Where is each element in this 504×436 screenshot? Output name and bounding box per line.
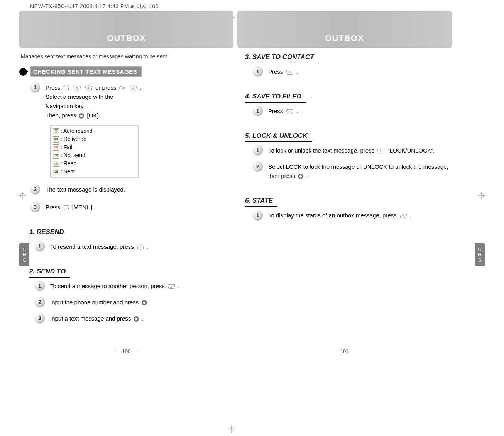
save-filed-step-1: 1 Press 4 .	[253, 107, 452, 116]
step-number-icon: 1	[253, 210, 263, 220]
svg-point-23	[135, 318, 137, 320]
status-read: ✉: Read	[52, 159, 137, 168]
intro-text: Manages sent text messages or messages w…	[21, 53, 233, 59]
sent-icon: ✉	[53, 169, 59, 175]
svg-point-17	[80, 115, 83, 117]
send-to-step-2: 2 Input the phone number and press .	[35, 298, 233, 307]
key-4-icon: 4	[286, 109, 294, 114]
svg-text:6: 6	[402, 214, 404, 218]
side-tab-right: CH6	[475, 243, 485, 266]
status-auto-resend: ⌛: Auto resend	[52, 127, 137, 135]
section-label: CHECKING SENT TEXT MESSAGES	[19, 66, 142, 77]
step-number-icon: 2	[30, 184, 40, 194]
key-4-icon: 4	[129, 85, 137, 91]
step-number-icon: 1	[30, 82, 40, 92]
status-fail: ✉: Fail	[52, 143, 137, 151]
status-not-send: ✉: Not send	[52, 151, 137, 159]
section-bullet-icon	[19, 68, 27, 76]
svg-text:5: 5	[380, 149, 382, 153]
status-delivered: ✉: Delivered	[52, 135, 137, 143]
page-number-left: 100	[115, 348, 138, 354]
send-to-step-3: 3 Input a text message and press .	[35, 314, 233, 323]
step-number-icon: 3	[30, 202, 40, 212]
svg-text:4: 4	[132, 87, 134, 90]
step-3: 3 Press [MENU].	[30, 203, 233, 212]
ok-key-icon	[141, 300, 147, 306]
page-header-left: OUTBOX	[19, 11, 233, 48]
step-number-icon: 2	[253, 161, 263, 171]
fail-icon: ✉	[53, 144, 59, 151]
lock-step-2: 2 Select LOCK to lock the message or UNL…	[253, 162, 452, 181]
svg-point-14	[119, 86, 123, 90]
svg-text:4: 4	[289, 110, 291, 114]
resend-step-1: 1 To resend a text message, press 1 .	[35, 242, 233, 251]
svg-point-21	[143, 302, 145, 304]
step-number-icon: 3	[35, 313, 45, 323]
section-title: CHECKING SENT TEXT MESSAGES	[30, 66, 142, 77]
step-1: 1 Press 3 4 or press 4 . Select a messag…	[30, 83, 233, 120]
step-number-icon: 2	[35, 297, 45, 307]
ok-key-icon	[78, 113, 85, 119]
svg-text:2: 2	[170, 285, 172, 288]
key-4-icon: 4	[85, 85, 93, 91]
not-send-icon: ✉	[53, 153, 59, 159]
step-number-icon: 1	[253, 106, 263, 116]
svg-text:3: 3	[289, 71, 291, 74]
key-6-icon: 6	[399, 213, 408, 219]
lock-step-1: 1 To lock or unlock the text message, pr…	[253, 146, 452, 155]
status-sent: ✉: Sent	[52, 168, 137, 176]
ok-key-icon	[133, 316, 139, 322]
hourglass-icon: ⌛	[53, 128, 59, 134]
status-legend-box: ⌛: Auto resend ✉: Delivered ✉: Fail ✉: N…	[50, 125, 139, 178]
page-left: OUTBOX Manages sent text messages or mes…	[19, 11, 233, 362]
page-right: OUTBOX 3. SAVE TO CONTACT 1 Press 3 . 4.…	[237, 11, 452, 362]
svg-text:4: 4	[88, 87, 90, 90]
key-3-icon: 3	[286, 70, 294, 75]
page-title: OUTBOX	[325, 33, 364, 43]
subsection-send-to: 2. SEND TO	[29, 268, 66, 279]
subsection-resend: 1. RESEND	[29, 228, 64, 240]
key-3-icon: 3	[73, 85, 81, 91]
key-5-icon: 5	[377, 148, 385, 154]
page-header-right: OUTBOX	[237, 11, 452, 48]
subsection-save-filed: 4. SAVE TO FILED	[245, 93, 301, 104]
delivered-icon: ✉	[53, 136, 59, 143]
page-title: OUTBOX	[107, 33, 145, 43]
save-contact-step-1: 1 Press 3 .	[253, 67, 452, 76]
print-header: NEW-TX-95C-4/17 2003.4.17 4:43 PM 페이지 10…	[30, 3, 159, 10]
step-2: 2 The text message is displayed.	[30, 185, 233, 194]
step-number-icon: 1	[253, 145, 263, 155]
send-to-step-1: 1 To send a message to another person, p…	[35, 282, 233, 291]
crop-mark-bottom	[228, 425, 235, 433]
read-icon: ✉	[53, 161, 59, 167]
svg-text:1: 1	[139, 246, 141, 249]
subsection-state: 6. STATE	[245, 197, 273, 209]
svg-point-28	[299, 175, 302, 178]
softkey-icon	[63, 85, 70, 91]
key-1-icon: 1	[136, 244, 145, 250]
svg-point-5	[230, 427, 233, 431]
nav-right-icon	[118, 85, 125, 91]
svg-text:3: 3	[76, 87, 78, 90]
step-number-icon: 1	[35, 241, 45, 251]
subsection-save-contact: 3. SAVE TO CONTACT	[245, 53, 314, 65]
state-step-1: 1 To display the status of an outbox mes…	[253, 211, 452, 220]
step-number-icon: 1	[253, 66, 263, 76]
subsection-lock-unlock: 5. LOCK & UNLOCK	[245, 132, 308, 144]
key-2-icon: 2	[167, 284, 176, 289]
page-number-right: 101	[333, 348, 356, 354]
softkey-icon	[63, 205, 70, 210]
step-number-icon: 1	[35, 281, 45, 291]
ok-key-icon	[298, 173, 304, 180]
